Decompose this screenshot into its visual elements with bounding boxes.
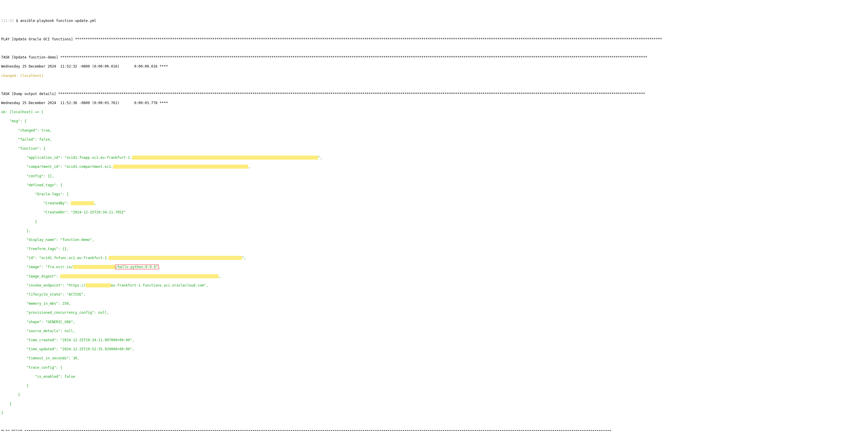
prompt-command: ansible-playbook function-update.yml <box>20 19 96 23</box>
msg-function-open: "function": { <box>1 146 867 151</box>
msg-failed: "failed": false, <box>1 138 867 142</box>
task1-status: changed: [localhost] <box>1 74 867 78</box>
task1-header: TASK [Update function-demo] ************… <box>1 55 867 60</box>
msg-display-name: "display_name": "function-demo", <box>1 238 867 242</box>
msg-changed: "changed": true, <box>1 128 867 133</box>
redacted-image-digest <box>60 274 219 278</box>
msg-memory: "memory_in_mbs": 256, <box>1 301 867 306</box>
image-tag-box: /hello-python:0.0.6" <box>115 265 159 269</box>
play-recap-header: PLAY RECAP *****************************… <box>1 429 867 431</box>
redacted-invoke-subdomain <box>86 283 111 287</box>
msg-created-by: "CreatedBy": , <box>1 201 867 206</box>
msg-trace-open: "trace_config": { <box>1 366 867 370</box>
msg-shape: "shape": "GENERIC_X86", <box>1 320 867 324</box>
prompt-line: [11:52 $ ansible-playbook function-updat… <box>1 19 867 23</box>
msg-defined-tags-close: }, <box>1 229 867 233</box>
msg-defined-tags-open: "defined_tags": { <box>1 183 867 188</box>
msg-freeform-tags: "freeform_tags": {}, <box>1 247 867 252</box>
task2-header: TASK [Dump output details] *************… <box>1 92 867 96</box>
ok-localhost: ok: [localhost] => { <box>1 110 867 115</box>
msg-app-id: "application_id": "ocid1.fnapp.oc1.eu-fr… <box>1 155 867 160</box>
redacted-id <box>109 256 242 260</box>
redacted-app-id <box>132 155 318 160</box>
msg-close: } <box>1 402 867 406</box>
msg-time-created: "time_created": "2024-12-25T19:34:11.907… <box>1 338 867 343</box>
msg-pcc: "provisioned_concurrency_config": null, <box>1 311 867 315</box>
msg-image: "image": "fra.ocir.io/ /hello-python:0.0… <box>1 265 867 269</box>
msg-is-enabled: "is_enabled": false <box>1 375 867 379</box>
prompt-time: [11:52 <box>1 19 14 23</box>
task1-timestamp: Wednesday 25 December 2024 11:52:32 -080… <box>1 64 867 69</box>
msg-time-updated: "time_updated": "2024-12-25T19:52:35.929… <box>1 347 867 352</box>
msg-id: "id": "ocid1.fnfunc.oc1.eu-frankfurt-1. … <box>1 256 867 261</box>
msg-oracle-tags-open: "Oracle-Tags": { <box>1 192 867 197</box>
msg-image-digest: "image_digest": , <box>1 274 867 279</box>
msg-config: "config": {}, <box>1 174 867 179</box>
redacted-image-registry <box>73 265 116 269</box>
msg-created-on: "CreatedOn": "2024-12-25T19:34:11.795Z" <box>1 210 867 215</box>
msg-invoke-endpoint: "invoke_endpoint": "https:// eu-frankfur… <box>1 283 867 288</box>
msg-timeout: "timeout_in_seconds": 30, <box>1 356 867 361</box>
redacted-created-by <box>71 201 94 205</box>
msg-oracle-tags-close: } <box>1 220 867 224</box>
msg-trace-close: } <box>1 384 867 388</box>
msg-compartment-id: "compartment_id": "ocid1.compartment.oc1… <box>1 165 867 169</box>
play-header: PLAY [Update Oracle OCI functions] *****… <box>1 37 867 42</box>
msg-open: "msg": { <box>1 119 867 124</box>
task2-timestamp: Wednesday 25 December 2024 11:52:36 -080… <box>1 101 867 106</box>
msg-source-details: "source_details": null, <box>1 329 867 334</box>
msg-function-close: } <box>1 393 867 397</box>
root-close: } <box>1 411 867 415</box>
redacted-compartment-id <box>113 165 248 169</box>
msg-lifecycle: "lifecycle_state": "ACTIVE", <box>1 292 867 297</box>
